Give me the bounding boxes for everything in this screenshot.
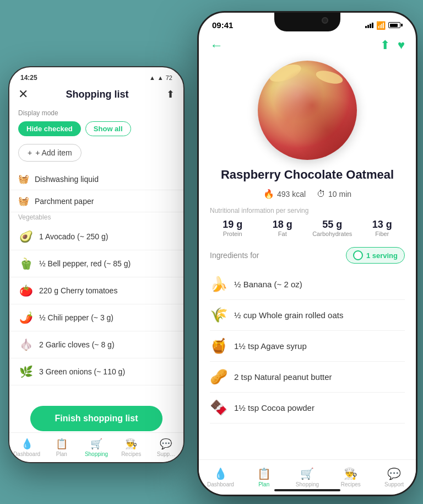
fat-label: Fat (260, 230, 306, 237)
bar4 (372, 23, 373, 28)
wifi-icon: 📶 (376, 21, 386, 30)
phone1-bottom-nav: 💧 Dashboard 📋 Plan 🛒 Shopping 👨‍🍳 Recipe… (9, 432, 183, 462)
phone1-status-bar: 14:25 ▲ ▲ 72 (9, 67, 183, 85)
list-item[interactable]: 🥑 1 Avocado (~ 250 g) (9, 223, 183, 250)
share-button[interactable]: ⬆ (166, 88, 175, 100)
item-text: 3 Green onions (~ 110 g) (39, 367, 125, 376)
finish-shopping-button[interactable]: Finish shopping list (30, 406, 162, 431)
recipe-image-container (199, 58, 416, 165)
show-all-button[interactable]: Show all (85, 121, 131, 136)
recipes-nav-icon: 👨‍🍳 (344, 467, 357, 480)
close-button[interactable]: ✕ (18, 87, 28, 101)
notch (274, 13, 340, 31)
clock-icon: ⏱ (317, 189, 326, 199)
onion-icon: 🌿 (18, 364, 34, 379)
list-item[interactable]: 🌿 3 Green onions (~ 110 g) (9, 358, 183, 385)
nutrition-section: Nutritional information per serving 19 g… (199, 205, 416, 243)
recipes-icon: 👨‍🍳 (125, 438, 137, 450)
nav-dashboard[interactable]: 💧 Dashboard (9, 433, 44, 462)
nutrition-label: Nutritional information per serving (210, 207, 405, 215)
item-text: 2 Garlic cloves (~ 8 g) (39, 340, 115, 349)
ingredient-text: ½ Banana (~ 2 oz) (234, 280, 302, 289)
carbs-label: Carbohydrates (310, 230, 355, 237)
heart-icon[interactable]: ♥ (398, 38, 405, 52)
hide-checked-button[interactable]: Hide checked (18, 121, 81, 136)
basket-icon: 🧺 (18, 196, 29, 206)
list-item[interactable]: 🌶️ ½ Chili pepper (~ 3 g) (9, 304, 183, 331)
list-item[interactable]: 🧺 Parchment paper (9, 190, 183, 212)
list-item[interactable]: 🍅 220 g Cherry tomatoes (9, 277, 183, 304)
camera (322, 17, 328, 24)
nav-plan-label: Plan (56, 451, 67, 457)
ingredient-list: 🍌 ½ Banana (~ 2 oz) 🌾 ½ cup Whole grain … (199, 269, 416, 423)
nav-shopping[interactable]: 🛒 Shopping (79, 433, 113, 462)
bar1 (365, 26, 367, 28)
ingredient-item: 🍯 1½ tsp Agave syrup (210, 331, 405, 362)
ingredient-item: 🥜 2 tsp Natural peanut butter (210, 362, 405, 393)
ingredient-text: 1½ tsp Agave syrup (234, 341, 307, 351)
plan-icon: 📋 (56, 438, 68, 450)
pepper-icon: 🫑 (18, 256, 34, 271)
shopping-icon: 🛒 (90, 438, 102, 450)
carbs-value: 55 g (310, 219, 355, 230)
nav-recipes-label: Recipes (121, 451, 141, 457)
item-text: Dishwashing liquid (35, 175, 99, 184)
fiber-label: Fiber (360, 230, 405, 237)
dashboard-icon: 💧 (21, 438, 33, 450)
shopping-nav-icon: 🛒 (300, 467, 314, 480)
serving-toggle[interactable]: 1 serving (346, 247, 405, 264)
protein-label: Protein (210, 230, 256, 237)
mode-buttons: Hide checked Show all (18, 121, 175, 136)
ingredient-item: 🍫 1½ tsp Cocoa powder (210, 393, 405, 423)
nav-support-label: Supp… (157, 451, 175, 457)
dashboard-nav-icon: 💧 (214, 467, 227, 480)
nav-support[interactable]: 💬 Supp… (149, 433, 183, 462)
item-text: ½ Chili pepper (~ 3 g) (39, 313, 113, 322)
phone2-nav-support[interactable]: 💬 Support (372, 460, 416, 495)
phone2-time: 09:41 (212, 20, 233, 30)
ingredient-text: ½ cup Whole grain rolled oats (234, 310, 343, 320)
fire-icon: 🔥 (263, 189, 274, 199)
nav-plan[interactable]: 📋 Plan (44, 433, 79, 462)
cocoa-icon: 🍫 (210, 399, 227, 416)
phone1-status-icons: ▲ ▲ 72 (149, 74, 172, 81)
syrup-icon: 🍯 (210, 337, 227, 355)
tomato-icon: 🍅 (18, 283, 34, 298)
ingredients-header: Ingredients for 1 serving (199, 243, 416, 269)
back-button[interactable]: ← (210, 37, 223, 53)
item-text: ½ Bell pepper, red (~ 85 g) (39, 259, 131, 268)
list-item[interactable]: 🧺 Dishwashing liquid (9, 168, 183, 190)
carbs-info: 55 g Carbohydrates (310, 219, 355, 237)
home-indicator (274, 489, 340, 491)
fiber-value: 13 g (360, 219, 405, 230)
add-item-button[interactable]: + + Add item (18, 144, 82, 162)
signal-bars (365, 23, 373, 28)
phone2-status-icons: 📶 (365, 21, 403, 30)
phone2-recipe: 09:41 📶 ← ⬆ ♥ (197, 11, 417, 496)
item-text: Parchment paper (35, 197, 94, 206)
list-item[interactable]: 🧄 2 Garlic cloves (~ 8 g) (9, 331, 183, 358)
time-info: ⏱ 10 min (317, 189, 351, 199)
protein-value: 19 g (210, 219, 256, 230)
item-text: 1 Avocado (~ 250 g) (39, 232, 108, 241)
list-item[interactable]: 🫑 ½ Bell pepper, red (~ 85 g) (9, 250, 183, 277)
serving-text: 1 serving (366, 251, 398, 260)
oats-icon: 🌾 (210, 307, 227, 324)
kcal-value: 493 kcal (277, 190, 306, 199)
phone1-title: Shopping list (66, 89, 129, 100)
phone2-nav-dashboard[interactable]: 💧 Dashboard (199, 460, 242, 495)
support-icon: 💬 (160, 438, 172, 450)
fiber-info: 13 g Fiber (360, 219, 405, 237)
share-icon[interactable]: ⬆ (380, 38, 390, 52)
ingredient-item: 🍌 ½ Banana (~ 2 oz) (210, 269, 405, 300)
phone2-nav-support-label: Support (384, 481, 404, 487)
phone2-nav-dashboard-label: Dashboard (207, 481, 234, 487)
header-right-icons: ⬆ ♥ (380, 38, 405, 52)
vegetables-section-label: Vegetables (9, 212, 183, 223)
phone2-nav-recipes-label: Recipes (341, 481, 361, 487)
phone2-header: ← ⬆ ♥ (199, 33, 416, 58)
nav-recipes[interactable]: 👨‍🍳 Recipes (114, 433, 149, 462)
phone1-time: 14:25 (20, 74, 37, 82)
nav-shopping-label: Shopping (85, 451, 108, 457)
phone2-nav-plan-label: Plan (258, 481, 269, 487)
